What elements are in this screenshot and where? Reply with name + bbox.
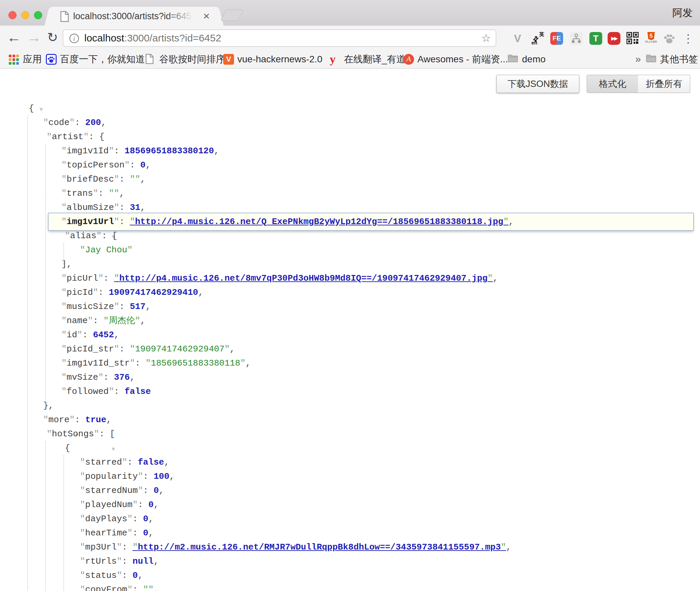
collapse-toggle-icon[interactable]: ▼ bbox=[112, 446, 115, 453]
bookmark-star-icon[interactable]: ☆ bbox=[481, 30, 491, 47]
minimize-window-button[interactable] bbox=[21, 11, 29, 19]
json-token: : bbox=[98, 287, 109, 298]
json-token: 0 bbox=[133, 570, 138, 581]
close-window-button[interactable] bbox=[8, 11, 17, 19]
json-line: popularity: 100, bbox=[0, 469, 700, 484]
tampermonkey-extension-icon[interactable]: T bbox=[589, 32, 602, 45]
new-tab-button[interactable] bbox=[220, 9, 244, 21]
json-token: starred bbox=[80, 457, 127, 467]
json-token: , bbox=[146, 160, 151, 170]
json-token: , bbox=[119, 188, 125, 198]
sitemap-extension-icon[interactable] bbox=[570, 32, 583, 45]
folder-icon bbox=[646, 54, 657, 65]
json-token: , bbox=[114, 330, 119, 340]
bookmarks-bar: 应用 百度一下，你就知道 谷歌按时间排序 V vue-hackernews-2.… bbox=[0, 51, 700, 69]
json-token: , bbox=[159, 486, 164, 496]
json-token: : [ bbox=[99, 429, 115, 439]
json-token: : bbox=[119, 302, 130, 312]
translate-extension-icon[interactable]: 英 ⇄ en bbox=[531, 32, 544, 45]
json-token: null bbox=[133, 556, 153, 566]
json-url-link[interactable]: http://p4.music.126.net/8mv7qP30Pd3oHW8b… bbox=[114, 273, 493, 283]
indent-guide bbox=[27, 116, 28, 591]
json-line: ], bbox=[0, 257, 700, 271]
video-speed-extension-icon[interactable]: ▶▶ bbox=[608, 32, 620, 45]
json-line: topicPerson: 0, bbox=[0, 158, 700, 172]
tab-title-fade bbox=[167, 7, 198, 25]
json-token: , bbox=[148, 514, 154, 524]
chrome-menu-icon[interactable]: ⋮ bbox=[682, 32, 695, 45]
json-token: : bbox=[130, 160, 140, 170]
indent-guide bbox=[63, 455, 64, 591]
bookmarks-overflow-icon[interactable]: » bbox=[635, 51, 641, 68]
json-url-link[interactable]: http://m2.music.126.net/RMJR7wDullRqppBk… bbox=[133, 542, 506, 552]
paw-extension-icon[interactable] bbox=[663, 32, 676, 45]
profile-name[interactable]: 阿发 bbox=[672, 0, 693, 26]
json-token: , bbox=[101, 118, 107, 128]
json-token: , bbox=[138, 570, 143, 581]
json-token: : bbox=[119, 203, 130, 213]
tab-close-icon[interactable]: × bbox=[203, 7, 210, 26]
url-text: localhost:3000/artists?id=6452 bbox=[84, 30, 221, 46]
json-token: , bbox=[146, 302, 151, 312]
forward-button[interactable]: → bbox=[27, 26, 41, 51]
json-token: : bbox=[114, 146, 124, 156]
back-button[interactable]: ← bbox=[7, 26, 21, 51]
json-token: more bbox=[43, 415, 75, 425]
json-line: musicSize: 517, bbox=[0, 300, 700, 314]
fe-helper-extension-icon[interactable]: FE bbox=[550, 32, 563, 45]
json-token: , bbox=[245, 358, 251, 368]
json-line: dayPlays: 0, bbox=[0, 512, 700, 526]
json-token bbox=[109, 188, 119, 198]
format-button[interactable]: 格式化 bbox=[587, 75, 638, 93]
json-token: 100 bbox=[153, 471, 169, 481]
json-url-link[interactable]: http://p4.music.126.net/Q_ExePNkmgB2yWyL… bbox=[130, 217, 508, 227]
json-line: picId_str: 19097417462929407, bbox=[0, 342, 700, 356]
json-token: false bbox=[138, 457, 164, 467]
json-line: playedNum: 0, bbox=[0, 498, 700, 512]
html5-player-extension-icon[interactable]: 5 PLAYER bbox=[645, 32, 658, 45]
fullscreen-window-button[interactable] bbox=[34, 11, 42, 19]
json-line: mvSize: 376, bbox=[0, 370, 700, 384]
json-token: briefDesc bbox=[61, 174, 119, 184]
json-token: 0 bbox=[148, 500, 154, 510]
site-info-icon[interactable]: i bbox=[69, 34, 79, 43]
json-token: status bbox=[80, 570, 122, 581]
youdao-icon: y bbox=[330, 54, 341, 65]
page-content: 下载JSON数据 格式化 折叠所有 ▼{code: 200,▼artist: {… bbox=[0, 69, 700, 591]
json-token: , bbox=[214, 146, 220, 156]
collapse-all-button[interactable]: 折叠所有 bbox=[638, 75, 690, 93]
json-line: rtUrls: null, bbox=[0, 554, 700, 568]
json-line: Jay Chou bbox=[0, 243, 700, 257]
json-token: 0 bbox=[153, 486, 159, 496]
apps-grid-icon bbox=[9, 54, 20, 65]
download-json-button[interactable]: 下载JSON数据 bbox=[496, 75, 579, 93]
address-bar[interactable]: i localhost:3000/artists?id=6452 ☆ bbox=[63, 29, 496, 47]
folder-icon bbox=[508, 54, 519, 65]
json-token: 18569651883380120 bbox=[124, 146, 214, 156]
json-line-highlighted: img1v1Url: http://p4.music.126.net/Q_Exe… bbox=[0, 215, 700, 229]
json-token: : bbox=[119, 344, 130, 354]
json-token: : bbox=[98, 188, 109, 198]
browser-toolbar: ← → ↻ i localhost:3000/artists?id=6452 ☆… bbox=[0, 26, 700, 51]
collapse-toggle-icon[interactable]: ▼ bbox=[39, 106, 43, 113]
json-line: briefDesc: , bbox=[0, 172, 700, 186]
json-token: , bbox=[153, 556, 159, 566]
vue-devtools-icon[interactable]: V bbox=[511, 32, 524, 45]
json-line: trans: , bbox=[0, 186, 700, 200]
reload-button[interactable]: ↻ bbox=[47, 26, 58, 51]
browser-tab[interactable]: localhost:3000/artists?id=645 × bbox=[52, 7, 216, 26]
json-token: 0 bbox=[143, 528, 148, 538]
page-icon bbox=[145, 54, 156, 65]
json-token: , bbox=[148, 528, 154, 538]
json-token: : bbox=[82, 330, 93, 340]
json-token: 18569651883380118 bbox=[146, 358, 245, 368]
json-token: : bbox=[122, 570, 133, 581]
qr-code-extension-icon[interactable] bbox=[626, 32, 639, 45]
json-token: , bbox=[506, 542, 512, 552]
json-token: 517 bbox=[130, 302, 146, 312]
awesomes-icon: A bbox=[403, 54, 414, 65]
json-token: musicSize bbox=[61, 302, 119, 312]
json-token: { bbox=[65, 443, 70, 453]
json-token: , bbox=[130, 372, 135, 382]
json-token: alias bbox=[65, 231, 101, 241]
